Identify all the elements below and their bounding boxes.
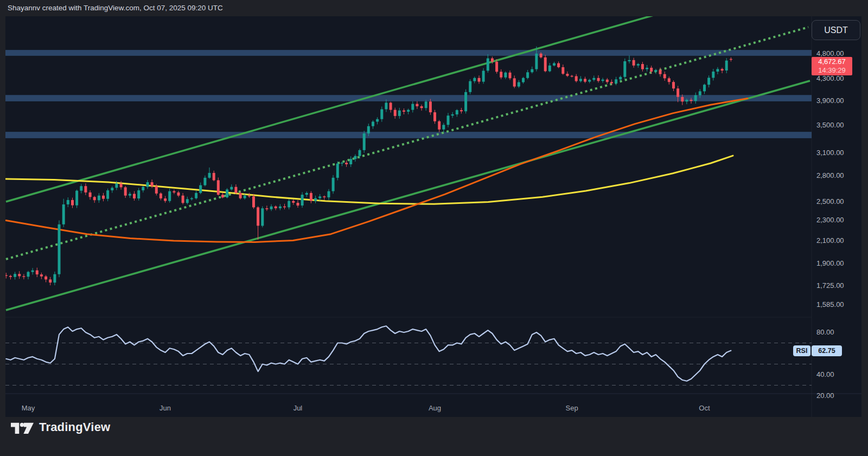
tradingview-wordmark: TradingView xyxy=(39,420,110,434)
month-tick-label: Oct xyxy=(692,404,716,412)
month-tick-label: Sep xyxy=(560,404,584,412)
month-tick-label: Aug xyxy=(423,404,447,412)
price-tick-label: 1,900.00 xyxy=(816,259,844,267)
tradingview-screenshot: Shayannv created with TradingView.com, O… xyxy=(0,0,868,456)
price-tick-label: 1,725.00 xyxy=(816,281,844,290)
price-tick-label: 2,100.00 xyxy=(816,236,844,245)
tradingview-logo[interactable]: TradingView xyxy=(11,419,110,435)
price-tick-label: 2,500.00 xyxy=(816,197,844,205)
quote-currency-label: USDT xyxy=(824,25,848,35)
quote-currency-button[interactable]: USDT xyxy=(812,20,860,40)
last-price-box: 4,672.67 14:39:29 xyxy=(812,57,852,75)
rsi-badge-label: RSI xyxy=(793,345,810,356)
attribution-text: Shayannv created with TradingView.com, O… xyxy=(8,0,223,16)
price-tick-label: 2,800.00 xyxy=(816,171,844,179)
price-tick-label: 2,300.00 xyxy=(816,216,844,224)
price-tick-label: 1,585.00 xyxy=(816,300,844,309)
last-price-value: 4,672.67 xyxy=(812,57,852,66)
rsi-badge-value: 62.75 xyxy=(812,345,842,356)
chart-pane[interactable] xyxy=(0,0,868,456)
candle-countdown: 14:39:29 xyxy=(812,66,852,75)
month-tick-label: May xyxy=(16,404,40,412)
price-tick-label: 3,100.00 xyxy=(816,149,844,157)
tradingview-icon xyxy=(11,419,34,435)
price-tick-label: 3,500.00 xyxy=(816,121,844,129)
price-tick-label: 4,300.00 xyxy=(816,74,844,82)
month-tick-label: Jul xyxy=(286,404,310,412)
month-tick-label: Jun xyxy=(154,404,177,412)
rsi-badge: RSI 62.75 xyxy=(793,345,842,356)
price-tick-label: 3,900.00 xyxy=(816,97,844,105)
price-tick-label: 4,800.00 xyxy=(816,49,844,57)
